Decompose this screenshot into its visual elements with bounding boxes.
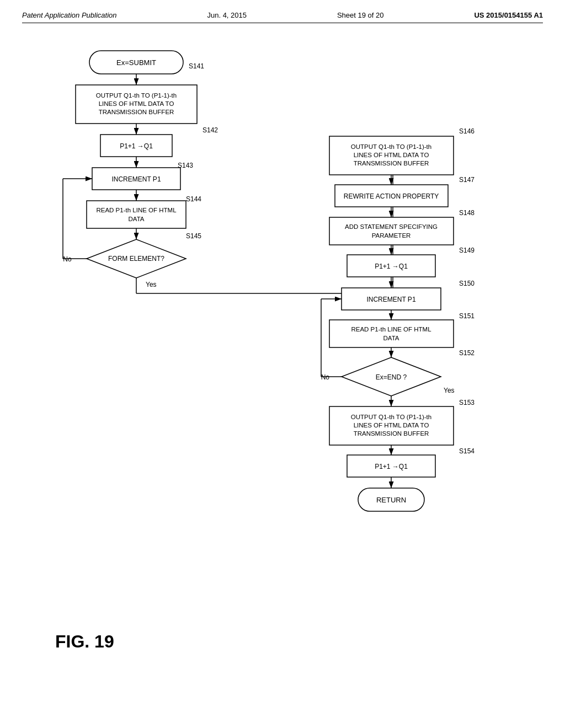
svg-text:Ex=SUBMIT: Ex=SUBMIT [116,58,156,67]
svg-text:DATA: DATA [129,216,145,222]
svg-text:LINES OF HTML DATA TO: LINES OF HTML DATA TO [354,422,429,429]
svg-text:Yes: Yes [146,281,157,288]
svg-text:S148: S148 [459,209,475,217]
svg-text:Yes: Yes [444,387,455,394]
svg-text:RETURN: RETURN [376,496,406,504]
svg-text:OUTPUT Q1-th TO (P1-1)-th: OUTPUT Q1-th TO (P1-1)-th [351,414,431,420]
svg-text:TRANSMISSION BUFFER: TRANSMISSION BUFFER [99,109,174,115]
svg-text:FORM ELEMENT?: FORM ELEMENT? [108,255,164,263]
svg-text:INCREMENT P1: INCREMENT P1 [111,175,161,183]
svg-rect-45 [329,217,454,245]
fig-label: FIG. 19 [55,631,114,652]
page: Patent Application Publication Jun. 4, 2… [0,0,565,728]
svg-text:S146: S146 [459,127,475,135]
svg-text:No: No [321,373,330,381]
svg-text:OUTPUT Q1-th TO (P1-1)-th: OUTPUT Q1-th TO (P1-1)-th [351,143,431,150]
svg-text:READ P1-th LINE OF HTML: READ P1-th LINE OF HTML [351,326,431,333]
svg-text:S145: S145 [186,232,201,240]
svg-text:S154: S154 [459,447,475,455]
svg-text:P1+1 →Q1: P1+1 →Q1 [375,463,408,470]
svg-text:S147: S147 [459,176,475,184]
svg-text:S151: S151 [459,312,475,320]
svg-text:LINES OF HTML DATA TO: LINES OF HTML DATA TO [99,100,174,107]
svg-text:S142: S142 [202,126,218,134]
svg-text:S149: S149 [459,247,475,254]
svg-rect-19 [87,201,186,228]
svg-text:LINES OF HTML DATA TO: LINES OF HTML DATA TO [354,152,429,158]
header-sheet: Sheet 19 of 20 [337,11,384,19]
svg-text:DATA: DATA [383,335,399,341]
svg-text:ADD STATEMENT SPECIFYING: ADD STATEMENT SPECIFYING [345,223,438,230]
flowchart-container: Ex=SUBMIT S141 OUTPUT Q1-th TO (P1-1)-th… [22,40,543,674]
svg-text:PARAMETER: PARAMETER [372,232,411,239]
svg-text:REWRITE ACTION PROPERTY: REWRITE ACTION PROPERTY [344,192,439,200]
header-patent-number: US 2015/0154155 A1 [474,11,543,19]
svg-text:READ P1-th LINE OF HTML: READ P1-th LINE OF HTML [96,207,177,213]
svg-text:S152: S152 [459,349,475,357]
svg-text:OUTPUT Q1-th TO (P1-1)-th: OUTPUT Q1-th TO (P1-1)-th [96,92,177,99]
svg-rect-58 [329,320,454,347]
svg-text:TRANSMISSION BUFFER: TRANSMISSION BUFFER [354,430,429,437]
svg-text:P1+1 →Q1: P1+1 →Q1 [120,142,153,150]
svg-text:P1+1 →Q1: P1+1 →Q1 [375,263,408,270]
flowchart-svg: Ex=SUBMIT S141 OUTPUT Q1-th TO (P1-1)-th… [22,40,543,674]
svg-text:S144: S144 [186,195,201,203]
svg-text:No: No [63,255,72,263]
svg-text:INCREMENT P1: INCREMENT P1 [366,296,415,303]
svg-text:S153: S153 [459,399,475,406]
svg-text:TRANSMISSION BUFFER: TRANSMISSION BUFFER [354,160,429,167]
svg-text:S141: S141 [189,62,204,70]
page-header: Patent Application Publication Jun. 4, 2… [22,11,543,23]
header-publication-type: Patent Application Publication [22,11,117,19]
svg-text:S150: S150 [459,280,475,287]
header-date: Jun. 4, 2015 [207,11,247,19]
svg-text:Ex=END ?: Ex=END ? [376,373,407,381]
